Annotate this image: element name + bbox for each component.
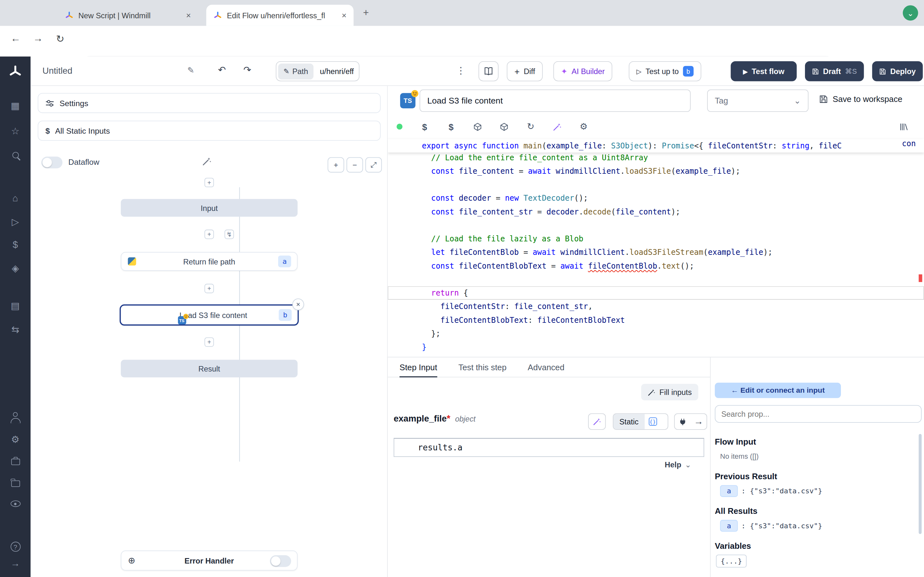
save-to-workspace-button[interactable]: Save to workspace xyxy=(819,94,903,103)
diff-button[interactable]: + Diff xyxy=(507,61,543,81)
result-node[interactable]: Result xyxy=(121,359,298,377)
variables-badge[interactable]: {...} xyxy=(716,554,747,567)
fit-view-button[interactable]: ⤢ xyxy=(365,157,382,172)
library-icon[interactable] xyxy=(890,122,917,131)
audit-logs-icon[interactable] xyxy=(0,500,31,507)
ai-wand-icon[interactable] xyxy=(544,122,570,131)
arrow-right-icon[interactable]: → xyxy=(691,414,707,429)
help-toggle[interactable]: Help ⌄ xyxy=(665,460,691,469)
code-editor[interactable]: con export async function main(example_f… xyxy=(388,137,924,357)
all-static-inputs-bar[interactable]: $ All Static Inputs xyxy=(38,121,381,141)
windmill-logo[interactable] xyxy=(8,65,23,79)
all-results-item[interactable]: a : {"s3":"data.csv"} xyxy=(720,520,822,532)
tag-select[interactable]: Tag ⌄ xyxy=(707,89,809,112)
browser-tab-edit-flow[interactable]: Edit Flow u/henri/effortless_fl × xyxy=(206,5,354,26)
arg-value-input[interactable]: results.a xyxy=(394,438,704,457)
schedules-icon[interactable]: ▤ xyxy=(0,301,31,311)
tab-close-icon[interactable]: × xyxy=(342,11,347,20)
workers-icon[interactable] xyxy=(0,457,31,465)
path-button[interactable]: ✎ Path u/henri/eff xyxy=(276,61,360,81)
step-node-b-selected[interactable]: TS Load S3 file content b xyxy=(120,305,299,326)
code-line: fileContentStr: file_content_str, xyxy=(388,300,924,313)
apps-icon[interactable]: ▦ xyxy=(0,101,31,111)
insert-step-button[interactable]: + xyxy=(204,178,214,187)
save-to-workspace-label: Save to workspace xyxy=(833,94,902,103)
edit-title-pencil-icon[interactable]: ✎ xyxy=(187,65,194,75)
browser-tab-new-script[interactable]: New Script | Windmill × xyxy=(58,5,198,26)
undo-icon[interactable]: ↶ xyxy=(218,64,226,75)
ai-wand-icon xyxy=(593,417,601,426)
code-line xyxy=(388,178,924,191)
generate-input-wand-button[interactable] xyxy=(588,413,606,430)
prop-search-input[interactable] xyxy=(715,405,922,423)
result-badge[interactable]: a xyxy=(720,520,738,532)
settings-bar[interactable]: Settings xyxy=(38,93,381,113)
tab-close-icon[interactable]: × xyxy=(186,11,191,20)
variables-item[interactable]: {...} xyxy=(716,554,747,567)
tab-advanced[interactable]: Advanced xyxy=(528,357,564,377)
search-icon[interactable] xyxy=(0,152,31,158)
folders-icon[interactable] xyxy=(0,479,31,487)
connect-input-banner[interactable]: ← Edit or connect an input xyxy=(715,383,841,398)
draft-button[interactable]: Draft ⌘S xyxy=(805,61,864,81)
deploy-button[interactable]: Deploy xyxy=(872,61,923,81)
code-line: const decoder = new TextDecoder(); xyxy=(388,191,924,205)
variables-icon[interactable]: $ xyxy=(0,240,31,250)
insert-step-button[interactable]: + xyxy=(204,229,214,239)
connect-group[interactable]: → xyxy=(674,413,707,430)
tab-test-this-step[interactable]: Test this step xyxy=(459,357,507,377)
more-options-icon[interactable]: ⋮ xyxy=(456,65,465,76)
plug-icon[interactable] xyxy=(675,414,691,429)
user-icon[interactable] xyxy=(0,413,31,417)
input-node[interactable]: Input xyxy=(121,199,298,217)
error-handler-toggle[interactable] xyxy=(270,555,291,567)
insert-trigger-button[interactable]: ↯ xyxy=(225,229,234,239)
reload-icon[interactable]: ↻ xyxy=(56,33,64,45)
test-up-to-label: Test up to xyxy=(646,67,679,76)
static-mode-option[interactable]: Static xyxy=(614,414,644,429)
plus-icon: + xyxy=(207,338,211,346)
prop-scrollbar[interactable] xyxy=(919,434,921,534)
step-node-a[interactable]: Return file path a xyxy=(121,252,298,271)
zoom-out-button[interactable]: − xyxy=(347,157,363,172)
fill-inputs-button[interactable]: Fill inputs xyxy=(641,384,698,400)
favorites-icon[interactable]: ☆ xyxy=(0,127,31,136)
help-icon[interactable]: ? xyxy=(0,542,31,552)
runs-icon[interactable]: ▷ xyxy=(0,218,31,227)
all-results-heading: All Results xyxy=(715,506,758,516)
resources-dollar-icon[interactable]: $ xyxy=(438,121,465,131)
editor-settings-gear-icon[interactable]: ⚙ xyxy=(570,121,597,132)
package-icon[interactable] xyxy=(491,122,517,131)
insert-step-button[interactable]: + xyxy=(204,284,214,293)
error-handler-bar[interactable]: ⊕ Error Handler xyxy=(121,550,298,570)
variables-dollar-icon[interactable]: $ xyxy=(411,121,438,131)
resources-icon[interactable]: ◈ xyxy=(0,264,31,273)
test-flow-button[interactable]: ▶ Test flow xyxy=(731,61,797,81)
result-badge[interactable]: a xyxy=(720,485,738,497)
forward-icon[interactable]: → xyxy=(33,33,43,45)
settings-icon[interactable]: ⚙ xyxy=(0,435,31,444)
new-tab-button[interactable]: + xyxy=(363,7,368,19)
insert-step-button[interactable]: + xyxy=(204,337,214,347)
previous-result-item[interactable]: a : {"s3":"data.csv"} xyxy=(720,485,822,497)
home-icon[interactable]: ⌂ xyxy=(0,193,31,203)
flow-title[interactable]: Untitled xyxy=(42,65,72,75)
zoom-in-button[interactable]: + xyxy=(328,157,344,172)
triggers-icon[interactable]: ⇆ xyxy=(0,325,31,334)
docs-button[interactable] xyxy=(478,61,498,81)
collapse-sidebar-icon[interactable]: → xyxy=(0,559,31,568)
expression-mode-option[interactable]: {} xyxy=(644,414,661,429)
ai-builder-button[interactable]: ✦ AI Builder xyxy=(553,61,612,81)
test-up-to-button[interactable]: ▷ Test up to b xyxy=(629,61,701,81)
reload-icon[interactable]: ↻ xyxy=(517,121,544,132)
dataflow-toggle[interactable] xyxy=(41,157,63,169)
redo-icon[interactable]: ↷ xyxy=(244,64,252,75)
delete-step-button[interactable]: × xyxy=(292,298,304,310)
step-title-input[interactable] xyxy=(420,89,691,112)
ai-wand-icon[interactable] xyxy=(202,157,212,166)
tab-step-input[interactable]: Step Input xyxy=(399,357,437,377)
back-icon[interactable]: ← xyxy=(11,33,21,45)
tab-search-chevron-button[interactable]: ⌄ xyxy=(903,5,918,21)
input-mode-toggle[interactable]: Static {} xyxy=(613,413,668,430)
package-icon[interactable] xyxy=(464,122,491,131)
